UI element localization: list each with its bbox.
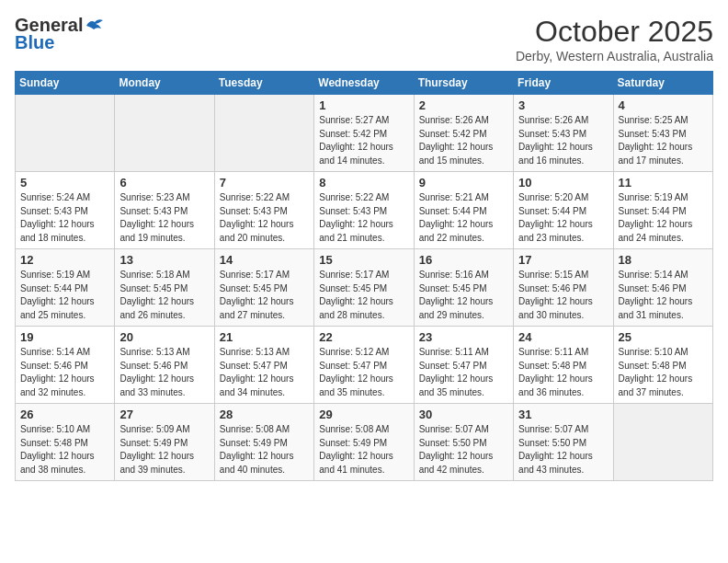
calendar-day-cell: 28Sunrise: 5:08 AMSunset: 5:49 PMDayligh…	[214, 404, 313, 481]
calendar-day-cell: 12Sunrise: 5:19 AMSunset: 5:44 PMDayligh…	[16, 249, 115, 327]
day-info: Sunrise: 5:17 AMSunset: 5:45 PMDaylight:…	[319, 269, 408, 322]
day-info: Sunrise: 5:11 AMSunset: 5:47 PMDaylight:…	[419, 346, 508, 399]
logo-bird-icon	[85, 17, 105, 34]
calendar-day-cell: 6Sunrise: 5:23 AMSunset: 5:43 PMDaylight…	[115, 172, 214, 249]
logo: General Blue	[15, 15, 105, 53]
page-header: General Blue October 2025 Derby, Western…	[15, 15, 713, 63]
day-number: 2	[419, 98, 508, 112]
day-number: 27	[119, 408, 209, 421]
calendar-table: SundayMondayTuesdayWednesdayThursdayFrid…	[15, 71, 713, 481]
calendar-day-cell: 27Sunrise: 5:09 AMSunset: 5:49 PMDayligh…	[115, 404, 214, 481]
day-number: 29	[319, 408, 408, 421]
day-info: Sunrise: 5:14 AMSunset: 5:46 PMDaylight:…	[20, 346, 109, 399]
day-number: 5	[20, 176, 109, 190]
day-number: 21	[220, 330, 309, 344]
day-number: 26	[20, 408, 109, 421]
calendar-day-cell: 19Sunrise: 5:14 AMSunset: 5:46 PMDayligh…	[16, 327, 115, 404]
weekday-header-wednesday: Wednesday	[314, 72, 414, 95]
calendar-day-cell: 1Sunrise: 5:27 AMSunset: 5:42 PMDaylight…	[314, 95, 414, 172]
day-number: 7	[220, 176, 309, 190]
day-info: Sunrise: 5:07 AMSunset: 5:50 PMDaylight:…	[518, 423, 608, 477]
calendar-day-cell: 17Sunrise: 5:15 AMSunset: 5:46 PMDayligh…	[514, 249, 613, 327]
day-number: 30	[419, 408, 508, 421]
title-block: October 2025 Derby, Western Australia, A…	[516, 15, 713, 63]
day-info: Sunrise: 5:10 AMSunset: 5:48 PMDaylight:…	[20, 423, 109, 477]
day-number: 25	[619, 330, 708, 344]
day-number: 17	[518, 253, 608, 267]
day-number: 12	[20, 253, 109, 267]
day-info: Sunrise: 5:07 AMSunset: 5:50 PMDaylight:…	[419, 423, 508, 477]
day-number: 3	[518, 98, 608, 112]
day-info: Sunrise: 5:19 AMSunset: 5:44 PMDaylight:…	[20, 269, 109, 322]
calendar-day-cell: 24Sunrise: 5:11 AMSunset: 5:48 PMDayligh…	[514, 327, 613, 404]
calendar-day-cell: 23Sunrise: 5:11 AMSunset: 5:47 PMDayligh…	[414, 327, 513, 404]
calendar-empty-cell	[16, 95, 115, 172]
calendar-day-cell: 2Sunrise: 5:26 AMSunset: 5:42 PMDaylight…	[414, 95, 513, 172]
day-info: Sunrise: 5:25 AMSunset: 5:43 PMDaylight:…	[619, 114, 708, 167]
weekday-header-thursday: Thursday	[414, 72, 513, 95]
calendar-day-cell: 15Sunrise: 5:17 AMSunset: 5:45 PMDayligh…	[314, 249, 414, 327]
calendar-day-cell: 7Sunrise: 5:22 AMSunset: 5:43 PMDaylight…	[214, 172, 313, 249]
day-number: 11	[619, 176, 708, 190]
day-info: Sunrise: 5:12 AMSunset: 5:47 PMDaylight:…	[319, 346, 408, 399]
day-number: 28	[220, 408, 309, 421]
day-number: 13	[119, 253, 209, 267]
day-number: 1	[319, 98, 408, 112]
calendar-day-cell: 22Sunrise: 5:12 AMSunset: 5:47 PMDayligh…	[314, 327, 414, 404]
calendar-empty-cell	[214, 95, 313, 172]
day-number: 22	[319, 330, 408, 344]
calendar-day-cell: 8Sunrise: 5:22 AMSunset: 5:43 PMDaylight…	[314, 172, 414, 249]
day-info: Sunrise: 5:08 AMSunset: 5:49 PMDaylight:…	[220, 423, 309, 477]
logo-blue-text: Blue	[15, 32, 54, 53]
day-info: Sunrise: 5:11 AMSunset: 5:48 PMDaylight:…	[518, 346, 608, 399]
month-title: October 2025	[516, 15, 713, 49]
day-number: 16	[419, 253, 508, 267]
calendar-empty-cell	[613, 404, 712, 481]
calendar-day-cell: 21Sunrise: 5:13 AMSunset: 5:47 PMDayligh…	[214, 327, 313, 404]
day-info: Sunrise: 5:17 AMSunset: 5:45 PMDaylight:…	[220, 269, 309, 322]
weekday-header-sunday: Sunday	[16, 72, 115, 95]
calendar-day-cell: 13Sunrise: 5:18 AMSunset: 5:45 PMDayligh…	[115, 249, 214, 327]
calendar-day-cell: 14Sunrise: 5:17 AMSunset: 5:45 PMDayligh…	[214, 249, 313, 327]
day-info: Sunrise: 5:23 AMSunset: 5:43 PMDaylight:…	[119, 191, 209, 245]
day-info: Sunrise: 5:14 AMSunset: 5:46 PMDaylight:…	[619, 269, 708, 322]
weekday-header-tuesday: Tuesday	[214, 72, 313, 95]
location-text: Derby, Western Australia, Australia	[516, 49, 713, 63]
day-number: 19	[20, 330, 109, 344]
day-number: 9	[419, 176, 508, 190]
calendar-day-cell: 5Sunrise: 5:24 AMSunset: 5:43 PMDaylight…	[16, 172, 115, 249]
day-number: 31	[518, 408, 608, 421]
day-info: Sunrise: 5:16 AMSunset: 5:45 PMDaylight:…	[419, 269, 508, 322]
calendar-day-cell: 26Sunrise: 5:10 AMSunset: 5:48 PMDayligh…	[16, 404, 115, 481]
calendar-week-row: 1Sunrise: 5:27 AMSunset: 5:42 PMDaylight…	[16, 95, 713, 172]
day-number: 24	[518, 330, 608, 344]
day-info: Sunrise: 5:24 AMSunset: 5:43 PMDaylight:…	[20, 191, 109, 245]
day-info: Sunrise: 5:21 AMSunset: 5:44 PMDaylight:…	[419, 191, 508, 245]
day-number: 14	[220, 253, 309, 267]
calendar-day-cell: 18Sunrise: 5:14 AMSunset: 5:46 PMDayligh…	[613, 249, 712, 327]
calendar-week-row: 5Sunrise: 5:24 AMSunset: 5:43 PMDaylight…	[16, 172, 713, 249]
calendar-day-cell: 30Sunrise: 5:07 AMSunset: 5:50 PMDayligh…	[414, 404, 513, 481]
day-number: 23	[419, 330, 508, 344]
day-info: Sunrise: 5:22 AMSunset: 5:43 PMDaylight:…	[319, 191, 408, 245]
weekday-header-row: SundayMondayTuesdayWednesdayThursdayFrid…	[16, 72, 713, 95]
calendar-day-cell: 31Sunrise: 5:07 AMSunset: 5:50 PMDayligh…	[514, 404, 613, 481]
day-info: Sunrise: 5:15 AMSunset: 5:46 PMDaylight:…	[518, 269, 608, 322]
day-info: Sunrise: 5:22 AMSunset: 5:43 PMDaylight:…	[220, 191, 309, 245]
calendar-day-cell: 29Sunrise: 5:08 AMSunset: 5:49 PMDayligh…	[314, 404, 414, 481]
calendar-week-row: 26Sunrise: 5:10 AMSunset: 5:48 PMDayligh…	[16, 404, 713, 481]
day-info: Sunrise: 5:26 AMSunset: 5:43 PMDaylight:…	[518, 114, 608, 167]
day-info: Sunrise: 5:19 AMSunset: 5:44 PMDaylight:…	[619, 191, 708, 245]
day-info: Sunrise: 5:10 AMSunset: 5:48 PMDaylight:…	[619, 346, 708, 399]
day-number: 15	[319, 253, 408, 267]
calendar-day-cell: 16Sunrise: 5:16 AMSunset: 5:45 PMDayligh…	[414, 249, 513, 327]
calendar-empty-cell	[115, 95, 214, 172]
day-info: Sunrise: 5:09 AMSunset: 5:49 PMDaylight:…	[119, 423, 209, 477]
day-number: 6	[119, 176, 209, 190]
weekday-header-friday: Friday	[514, 72, 613, 95]
day-number: 10	[518, 176, 608, 190]
day-info: Sunrise: 5:26 AMSunset: 5:42 PMDaylight:…	[419, 114, 508, 167]
calendar-day-cell: 20Sunrise: 5:13 AMSunset: 5:46 PMDayligh…	[115, 327, 214, 404]
day-number: 20	[119, 330, 209, 344]
weekday-header-monday: Monday	[115, 72, 214, 95]
